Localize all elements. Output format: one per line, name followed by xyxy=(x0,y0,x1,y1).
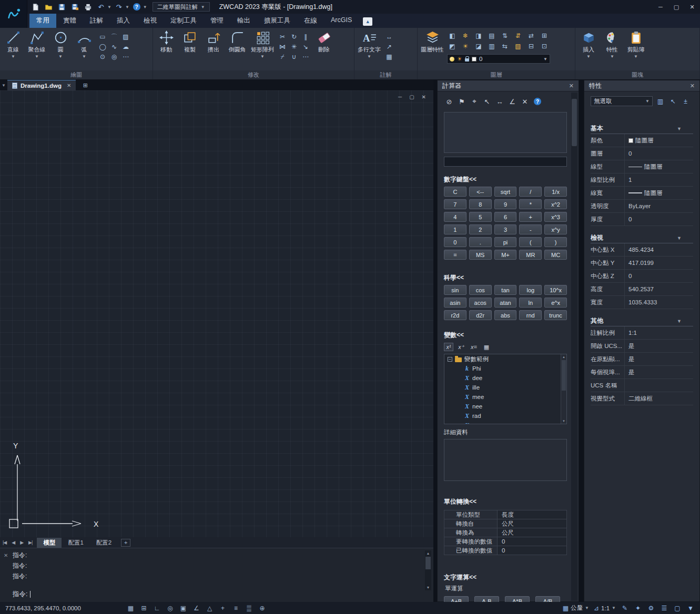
tree-collapse-icon[interactable]: − xyxy=(448,357,452,362)
distance-icon[interactable]: ↔ xyxy=(494,97,505,106)
ribbon-button-layers[interactable]: 圖層特性 xyxy=(419,29,445,59)
layer-thaw-icon[interactable]: ☀ xyxy=(461,42,470,50)
join-icon[interactable]: ∪ xyxy=(290,53,298,61)
calc-key-multiply[interactable]: * xyxy=(519,199,542,209)
variables-folder-row[interactable]: −變數範例 xyxy=(444,354,566,364)
offset-icon[interactable]: ∥ xyxy=(301,33,310,41)
property-value-center-x[interactable]: 485.4234 xyxy=(624,243,693,256)
ellipse-icon[interactable]: ◯ xyxy=(98,43,107,51)
viewport-minimize-icon[interactable]: ─ xyxy=(398,94,402,100)
layer-lock-icon[interactable]: ◨ xyxy=(474,32,483,40)
calc-key-4[interactable]: 4 xyxy=(444,212,466,222)
property-value-ucs-icon-origin[interactable]: 是 xyxy=(624,353,693,365)
save-as-icon[interactable] xyxy=(69,2,80,12)
calc-key-plus[interactable]: + xyxy=(519,212,542,222)
layout-tab-0[interactable]: 模型 xyxy=(37,538,62,548)
viewport-close-icon[interactable]: ✕ xyxy=(422,94,426,100)
calc-key-minus[interactable]: - xyxy=(519,224,542,234)
property-value-ucs-name[interactable] xyxy=(624,379,693,392)
ribbon-button-clipboard[interactable]: 剪貼簿▼ xyxy=(624,29,647,59)
calc-key-pi[interactable]: pi xyxy=(494,237,517,247)
annotation-visibility-icon[interactable]: ✎ xyxy=(621,604,629,612)
minimize-button[interactable]: ─ xyxy=(653,1,668,13)
property-value-transparency[interactable]: ByLayer xyxy=(624,200,693,212)
ribbon-collapse-icon[interactable]: ▲ xyxy=(363,17,372,26)
calc-key-power[interactable]: x^y xyxy=(544,224,567,234)
textop-a-b[interactable]: A*B xyxy=(505,596,530,602)
layer-copy-icon[interactable]: ▧ xyxy=(514,42,522,50)
variables-tree-scrollbar[interactable]: ▲ ▼ xyxy=(561,354,566,424)
document-tab-close-icon[interactable]: ✕ xyxy=(67,83,71,88)
variable-delete-icon[interactable]: x= xyxy=(469,343,479,351)
property-value-ucs-icon-on[interactable]: 是 xyxy=(624,340,693,352)
layer-color-icon[interactable]: ▤ xyxy=(488,32,496,40)
layer-more-icon[interactable]: ⊡ xyxy=(540,42,549,50)
annotation-scale-selector[interactable]: ⊿ 1:1 ▼ xyxy=(594,605,616,612)
new-icon[interactable] xyxy=(29,2,41,12)
command-scrollbar[interactable]: ▲ ▼ xyxy=(425,550,431,590)
properties-group-view[interactable]: 檢視▼ xyxy=(591,233,693,243)
angle-icon[interactable]: ∠ xyxy=(507,97,518,106)
maximize-button[interactable]: ▢ xyxy=(668,1,684,13)
calc-fn-r2d[interactable]: r2d xyxy=(444,310,466,320)
object-snap-tracking-icon[interactable]: ∠ xyxy=(192,603,201,612)
dimension-icon[interactable]: ↔ xyxy=(385,33,393,41)
calc-key-ms[interactable]: MS xyxy=(469,250,492,260)
calc-key-5[interactable]: 5 xyxy=(469,212,492,222)
ortho-mode-icon[interactable]: ∟ xyxy=(153,603,161,612)
pick-point-icon[interactable]: ↖ xyxy=(482,97,492,106)
calc-key-close-paren[interactable]: ) xyxy=(544,237,567,247)
select-objects-icon[interactable]: ↖ xyxy=(668,97,678,106)
menu-tab-10[interactable]: ArcGIS xyxy=(324,14,359,28)
units-selector[interactable]: ▦ 公釐 ▼ xyxy=(563,604,589,612)
calc-fn-exp[interactable]: e^x xyxy=(544,298,567,308)
ribbon-button-line[interactable]: 直線▼ xyxy=(2,29,25,59)
new-drawing-tab-icon[interactable]: ⊞ xyxy=(81,81,89,89)
pickadd-toggle-icon[interactable]: ± xyxy=(681,97,691,106)
ribbon-button-stretch[interactable]: 擠出 xyxy=(202,29,225,59)
ribbon-button-mtext[interactable]: A多行文字▼ xyxy=(356,29,382,59)
layer-dropdown[interactable]: ☀0▼ xyxy=(447,54,550,64)
menu-tab-3[interactable]: 插入 xyxy=(110,14,137,28)
selection-dropdown[interactable]: 無選取 ▼ xyxy=(591,96,653,106)
ribbon-button-copy[interactable]: 複製 xyxy=(178,29,201,59)
calc-fn-sin[interactable]: sin xyxy=(444,285,466,295)
calc-fn-rnd[interactable]: rnd xyxy=(519,310,542,320)
variable-item-mee[interactable]: Xmee xyxy=(444,392,566,402)
quick-select-icon[interactable]: ▥ xyxy=(655,97,665,106)
help-icon[interactable]: ? xyxy=(532,97,543,106)
calc-fn-acos[interactable]: acos xyxy=(469,298,492,308)
explode-icon[interactable]: ✳ xyxy=(290,43,298,51)
menu-tab-2[interactable]: 註解 xyxy=(83,14,110,28)
command-prompt[interactable]: 指令: xyxy=(13,590,31,599)
ribbon-button-insert[interactable]: 插入▼ xyxy=(577,29,600,59)
save-icon[interactable] xyxy=(56,2,67,12)
menu-tab-4[interactable]: 檢視 xyxy=(137,14,164,28)
qat-customize-chevron[interactable]: ▼ xyxy=(143,5,147,9)
polar-tracking-icon[interactable]: ◎ xyxy=(166,603,175,612)
mirror-icon[interactable]: ⋈ xyxy=(278,43,287,51)
property-value-annotation-scale[interactable]: 1:1 xyxy=(624,326,693,339)
layer-unlock-icon[interactable]: ◪ xyxy=(474,42,483,50)
calc-key-open-paren[interactable]: ( xyxy=(519,237,542,247)
calc-key-divide[interactable]: / xyxy=(519,187,542,197)
ribbon-button-move[interactable]: 移動 xyxy=(155,29,178,59)
object-snap-icon[interactable]: ▣ xyxy=(179,603,188,612)
layer-merge-icon[interactable]: ⊟ xyxy=(527,42,535,50)
calc-key-7[interactable]: 7 xyxy=(444,199,466,209)
unit-value-4[interactable]: 0 xyxy=(497,546,566,555)
more-draw-icon[interactable]: ⋯ xyxy=(121,53,130,61)
property-value-lineweight[interactable]: 隨圖層 xyxy=(624,187,693,199)
layer-previous-icon[interactable]: ⇄ xyxy=(527,32,535,40)
close-button[interactable]: ✕ xyxy=(684,1,700,13)
calc-key-c[interactable]: C xyxy=(444,187,466,197)
document-tab[interactable]: Drawing1.dwg ✕ xyxy=(7,80,76,90)
calc-key-mc[interactable]: MC xyxy=(544,250,567,260)
property-value-center-z[interactable]: 0 xyxy=(624,270,693,282)
scrollbar-thumb[interactable] xyxy=(562,360,566,391)
scroll-down-icon[interactable]: ▼ xyxy=(425,585,431,590)
calc-key-equals[interactable]: = xyxy=(444,250,466,260)
leader-icon[interactable]: ↗ xyxy=(385,43,393,51)
variable-new-icon[interactable]: x¹ xyxy=(444,343,453,351)
layout-tab-1[interactable]: 配置1 xyxy=(62,538,89,548)
